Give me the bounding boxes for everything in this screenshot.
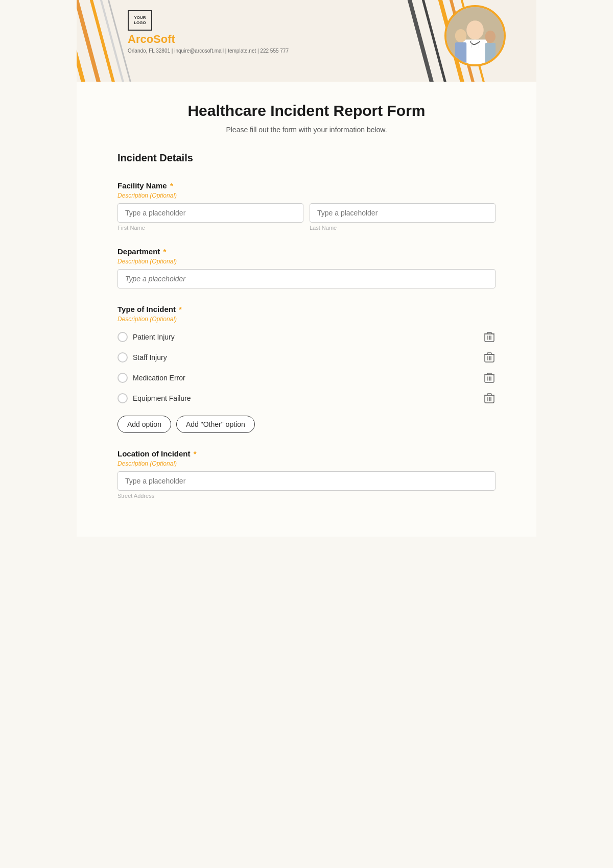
radio-option-equipment-failure: Equipment Failure <box>117 388 496 408</box>
svg-point-5 <box>485 31 496 43</box>
radio-option-patient-injury: Patient Injury <box>117 327 496 347</box>
field-label-department: Department * <box>117 247 496 256</box>
page-header: YOUR LOGO ArcoSoft Orlando, FL 32801 | i… <box>77 0 536 82</box>
field-desc-facility-name: Description (Optional) <box>117 192 496 199</box>
required-marker: * <box>168 181 173 190</box>
first-name-wrapper: First Name <box>117 203 303 231</box>
field-desc-type-of-incident: Description (Optional) <box>117 316 496 323</box>
required-marker-dept: * <box>161 247 166 256</box>
field-group-facility-name: Facility Name * Description (Optional) F… <box>117 181 496 231</box>
field-label-type-of-incident: Type of Incident * <box>117 305 496 314</box>
add-option-button-row: Add option Add "Other" option <box>117 416 496 433</box>
first-name-sublabel: First Name <box>117 225 303 231</box>
add-option-button[interactable]: Add option <box>117 416 171 433</box>
svg-rect-2 <box>463 39 487 64</box>
facility-first-name-input[interactable] <box>117 203 303 223</box>
delete-icon-equipment-failure[interactable] <box>483 392 496 404</box>
last-name-wrapper: Last Name <box>310 203 496 231</box>
logo-area: YOUR LOGO ArcoSoft Orlando, FL 32801 | i… <box>128 10 289 54</box>
section-title-incident-details: Incident Details <box>117 152 496 167</box>
svg-point-1 <box>466 20 484 39</box>
radio-circle-equipment-failure[interactable] <box>117 393 128 403</box>
required-marker-incident: * <box>177 305 182 314</box>
radio-circle-medication-error[interactable] <box>117 373 128 383</box>
radio-label-equipment-failure: Equipment Failure <box>133 394 191 402</box>
radio-label-staff-injury: Staff Injury <box>133 353 167 361</box>
location-input[interactable] <box>117 471 496 491</box>
radio-option-staff-injury: Staff Injury <box>117 347 496 368</box>
delete-icon-patient-injury[interactable] <box>483 331 496 343</box>
last-name-sublabel: Last Name <box>310 225 496 231</box>
add-other-option-button[interactable]: Add "Other" option <box>176 416 255 433</box>
logo-box: YOUR LOGO <box>128 10 152 31</box>
company-address: Orlando, FL 32801 | inquire@arcosoft.mai… <box>128 48 289 54</box>
field-label-facility-name: Facility Name * <box>117 181 496 190</box>
field-group-location-of-incident: Location of Incident * Description (Opti… <box>117 449 496 500</box>
radio-option-medication-error: Medication Error <box>117 368 496 388</box>
field-label-location-of-incident: Location of Incident * <box>117 449 496 458</box>
delete-icon-staff-injury[interactable] <box>483 351 496 364</box>
header-photo <box>444 5 506 66</box>
facility-name-input-row: First Name Last Name <box>117 203 496 231</box>
form-title: Healthcare Incident Report Form <box>117 102 496 119</box>
incident-details-section: Incident Details Facility Name * Descrip… <box>117 152 496 500</box>
company-name: ArcoSoft <box>128 33 289 46</box>
required-marker-location: * <box>192 449 197 458</box>
form-container: Healthcare Incident Report Form Please f… <box>77 82 536 537</box>
field-group-department: Department * Description (Optional) <box>117 247 496 288</box>
delete-icon-medication-error[interactable] <box>483 372 496 384</box>
field-desc-department: Description (Optional) <box>117 258 496 265</box>
radio-circle-staff-injury[interactable] <box>117 352 128 363</box>
facility-last-name-input[interactable] <box>310 203 496 223</box>
svg-point-3 <box>455 29 466 42</box>
form-subtitle: Please fill out the form with your infor… <box>117 126 496 134</box>
radio-label-medication-error: Medication Error <box>133 374 185 382</box>
radio-label-patient-injury: Patient Injury <box>133 333 175 341</box>
radio-circle-patient-injury[interactable] <box>117 332 128 342</box>
department-input[interactable] <box>117 269 496 288</box>
field-desc-location-of-incident: Description (Optional) <box>117 460 496 467</box>
location-sublabel: Street Address <box>117 493 154 499</box>
field-group-type-of-incident: Type of Incident * Description (Optional… <box>117 305 496 433</box>
